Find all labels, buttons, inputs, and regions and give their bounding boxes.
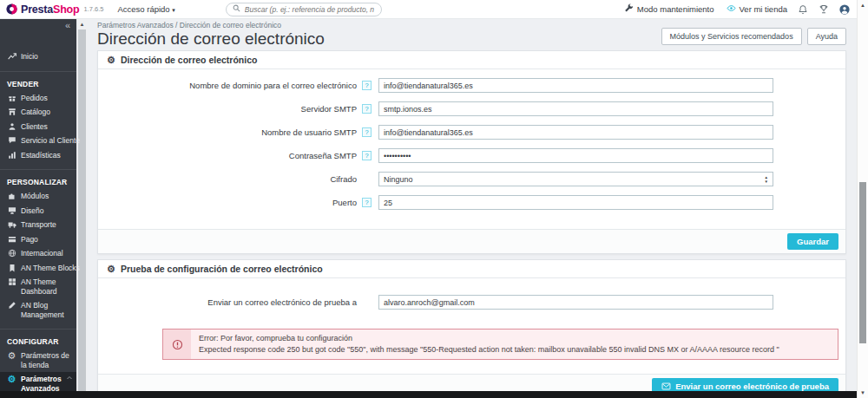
help-icon[interactable]: ? bbox=[362, 198, 372, 207]
email-config-panel-footer: Guardar bbox=[98, 229, 845, 253]
smtp-port-input[interactable] bbox=[378, 195, 773, 210]
shipping-icon bbox=[7, 220, 16, 229]
form-row-encryption: Cifrado Ninguno ▲▼ bbox=[98, 172, 845, 186]
chevron-up-icon bbox=[66, 375, 73, 384]
eye-icon bbox=[727, 3, 736, 15]
help-icon[interactable]: ? bbox=[362, 151, 372, 160]
scroll-up-icon[interactable]: ▲ bbox=[858, 3, 868, 8]
page-scrollbar[interactable]: ▲ ▼ bbox=[857, 0, 868, 398]
modules-icon bbox=[7, 192, 16, 200]
error-alert-text: Error: Por favor, comprueba tu configura… bbox=[191, 329, 787, 359]
form-row-smtp-server: Servidor SMTP ? bbox=[98, 101, 845, 116]
search-icon bbox=[233, 4, 240, 14]
breadcrumb-current: Dirección de correo electrónico bbox=[180, 21, 281, 29]
maintenance-mode-link[interactable]: Modo mantenimiento bbox=[624, 3, 714, 15]
sidebar-scrollbar[interactable]: ▲ bbox=[76, 19, 87, 398]
sidebar-item-internacional[interactable]: Internacional bbox=[0, 246, 76, 261]
test-email-panel: ⚙ Prueba de configuración de correo elec… bbox=[97, 259, 846, 398]
achievements-trophy-icon[interactable] bbox=[819, 4, 829, 15]
form-row-port: Puerto ? bbox=[98, 195, 845, 210]
theme-dashboard-icon bbox=[7, 277, 16, 286]
error-alert: Error: Por favor, comprueba tu configura… bbox=[162, 329, 838, 360]
version-label: 1.7.6.5 bbox=[83, 5, 103, 13]
sidebar-section-vender: VENDER bbox=[0, 80, 76, 88]
scroll-down-icon[interactable]: ▼ bbox=[858, 390, 868, 395]
field-label: Puerto bbox=[98, 198, 357, 207]
breadcrumb-parent[interactable]: Parámetros Avanzados bbox=[97, 21, 174, 29]
sidebar-item-servicio-al-cliente[interactable]: Servicio al Cliente bbox=[0, 134, 76, 148]
help-icon[interactable]: ? bbox=[362, 127, 372, 137]
error-line-1: Error: Por favor, comprueba tu configura… bbox=[199, 333, 779, 344]
topbar-right: Modo mantenimiento Ver mi tienda bbox=[612, 3, 850, 15]
sidebar-item-parametros-tienda[interactable]: ⚙ Parámetros de la tienda bbox=[0, 349, 76, 372]
brand-name: PrestaShop bbox=[21, 3, 79, 16]
field-label: Cifrado bbox=[98, 174, 357, 184]
gear-icon: ⚙ bbox=[7, 351, 16, 360]
search-input[interactable] bbox=[245, 5, 375, 14]
sidebar-item-modulos[interactable]: Módulos bbox=[0, 189, 76, 204]
prestashop-logo[interactable]: PrestaShop 1.7.6.5 bbox=[6, 3, 103, 16]
encryption-select[interactable]: Ninguno ▲▼ bbox=[378, 172, 773, 186]
window-bottom-bar bbox=[0, 391, 857, 398]
account-avatar-icon[interactable] bbox=[839, 4, 850, 15]
sidebar-item-clientes[interactable]: Clientes bbox=[0, 120, 76, 134]
sidebar-item-transporte[interactable]: Transporte bbox=[0, 218, 76, 232]
sidebar-collapse-button[interactable]: « bbox=[0, 19, 76, 30]
field-label: Contraseña SMTP bbox=[98, 151, 357, 160]
smtp-password-input[interactable] bbox=[378, 148, 773, 163]
breadcrumb: Parámetros Avanzados / Dirección de corr… bbox=[97, 21, 281, 29]
sidebar-item-an-theme-blocks[interactable]: AN Theme Blocks bbox=[0, 261, 76, 276]
design-icon bbox=[7, 206, 16, 215]
breadcrumb-separator: / bbox=[175, 21, 177, 29]
smtp-username-input[interactable] bbox=[378, 125, 773, 140]
sidebar-divider bbox=[0, 329, 76, 329]
caret-down-icon: ▾ bbox=[172, 7, 175, 13]
notifications-bell-icon[interactable] bbox=[798, 4, 808, 15]
select-arrows-icon: ▲▼ bbox=[765, 175, 768, 184]
sidebar-item-an-theme-dashboard[interactable]: AN Theme Dashboard bbox=[0, 275, 76, 298]
sidebar-item-pedidos[interactable]: Pedidos bbox=[0, 91, 76, 106]
recommended-modules-button[interactable]: Módulos y Servicios recomendados bbox=[661, 28, 802, 45]
form-row-test-email: Enviar un correo electrónico de prueba a bbox=[98, 295, 845, 310]
page-title: Dirección de correo electrónico bbox=[97, 29, 325, 49]
sidebar-item-estadisticas[interactable]: Estadísticas bbox=[0, 148, 76, 163]
quick-access-menu[interactable]: Acceso rápido ▾ bbox=[117, 4, 174, 14]
prestashop-logo-icon bbox=[6, 3, 17, 15]
sidebar-item-inicio[interactable]: Inicio bbox=[0, 49, 76, 64]
sidebar: « Inicio VENDER Pedidos Catálogo Cliente… bbox=[0, 19, 76, 398]
view-shop-link[interactable]: Ver mi tienda bbox=[727, 3, 787, 15]
sidebar-item-catalogo[interactable]: Catálogo bbox=[0, 105, 76, 120]
help-icon[interactable]: ? bbox=[362, 104, 372, 114]
sidebar-item-pago[interactable]: Pago bbox=[0, 232, 76, 247]
envelope-icon bbox=[661, 382, 671, 391]
sidebar-section-personalizar: PERSONALIZAR bbox=[0, 178, 76, 186]
help-button[interactable]: Ayuda bbox=[807, 28, 846, 45]
help-icon[interactable]: ? bbox=[362, 81, 372, 90]
international-icon bbox=[7, 249, 16, 258]
home-chart-icon bbox=[7, 52, 16, 61]
page-actions: Módulos y Servicios recomendados Ayuda bbox=[661, 28, 846, 45]
sidebar-item-diseno[interactable]: Diseño bbox=[0, 204, 76, 219]
sidebar-divider bbox=[0, 169, 76, 170]
field-label: Nombre de usuario SMTP bbox=[98, 127, 357, 137]
mail-domain-input[interactable] bbox=[378, 78, 773, 93]
smtp-server-input[interactable] bbox=[378, 101, 773, 116]
customer-service-icon bbox=[7, 136, 16, 145]
scroll-up-icon[interactable]: ▲ bbox=[77, 19, 87, 28]
field-label: Enviar un correo electrónico de prueba a bbox=[98, 297, 357, 307]
blog-pencil-icon bbox=[7, 301, 16, 310]
email-config-panel-header: ⚙ Dirección de correo electrónico bbox=[98, 51, 845, 69]
sidebar-scrollbar-thumb[interactable] bbox=[78, 29, 86, 391]
save-button[interactable]: Guardar bbox=[787, 233, 838, 250]
test-email-input[interactable] bbox=[378, 295, 773, 310]
test-email-panel-header: ⚙ Prueba de configuración de correo elec… bbox=[98, 260, 845, 278]
form-row-smtp-user: Nombre de usuario SMTP ? bbox=[98, 125, 845, 140]
email-config-panel: ⚙ Dirección de correo electrónico Nombre… bbox=[97, 50, 846, 254]
page-scrollbar-thumb[interactable] bbox=[859, 182, 866, 343]
exclamation-circle-icon bbox=[163, 329, 191, 359]
main-content: Parámetros Avanzados / Dirección de corr… bbox=[87, 19, 857, 398]
payment-icon bbox=[7, 235, 16, 244]
sidebar-item-an-blog-management[interactable]: AN Blog Management bbox=[0, 298, 76, 322]
theme-blocks-icon bbox=[7, 264, 16, 272]
form-row-domain: Nombre de dominio para el correo electró… bbox=[98, 78, 845, 93]
